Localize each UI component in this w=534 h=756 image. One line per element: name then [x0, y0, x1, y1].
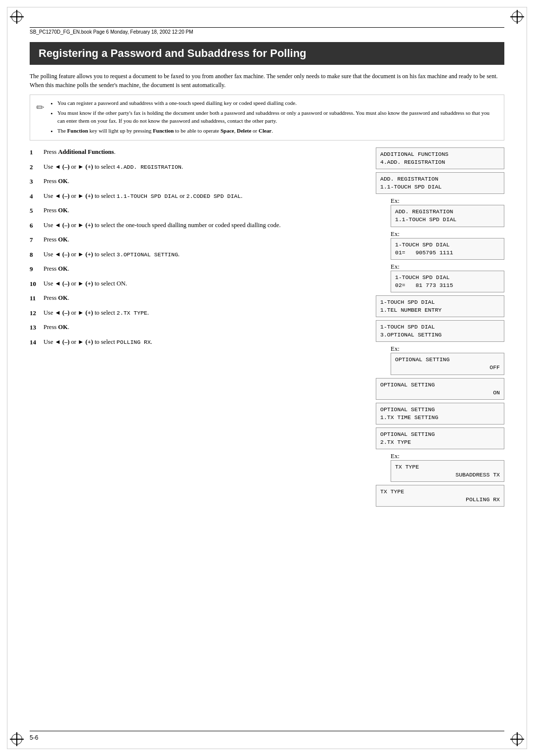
display-wrapper-d2: ADD. REGISTRATION 1.1-TOUCH SPD DIAL — [376, 172, 504, 194]
display-wrapper-d6: 1-TOUCH SPD DIAL 1.TEL NUMBER ENTRY — [376, 295, 504, 317]
display-line-d10-2: 1.TX TIME SETTING — [380, 414, 500, 422]
display-wrapper-d9: OPTIONAL SETTING ON — [376, 378, 504, 400]
display-line-d12-1: TX TYPE — [395, 463, 500, 471]
display-line-d5-2: 02= 81 773 3115 — [395, 282, 500, 289]
step-text-9: Press OK. — [44, 264, 366, 274]
step-num-1: 1 — [30, 147, 41, 157]
display-panel-d8: OPTIONAL SETTING OFF — [391, 353, 504, 375]
step-2: 2 Use ◄ (–) or ► (+) to select 4.ADD. RE… — [30, 162, 366, 172]
display-panel-d11: OPTIONAL SETTING 2.TX TYPE — [376, 427, 504, 449]
step-text-5: Press OK. — [44, 206, 366, 216]
display-panel-d6: 1-TOUCH SPD DIAL 1.TEL NUMBER ENTRY — [376, 295, 504, 317]
step-text-12: Use ◄ (–) or ► (+) to select 2.TX TYPE. — [44, 308, 366, 318]
display-line-d8-1: OPTIONAL SETTING — [395, 356, 500, 364]
display-line-d4-1: 1-TOUCH SPD DIAL — [395, 241, 500, 249]
display-panel-d5: 1-TOUCH SPD DIAL 02= 81 773 3115 — [391, 271, 504, 292]
ex-label-d5: Ex: — [391, 263, 400, 270]
display-wrapper-d5: Ex: 1-TOUCH SPD DIAL 02= 81 773 3115 — [391, 263, 504, 292]
display-wrapper-d4: Ex: 1-TOUCH SPD DIAL 01= 905795 1111 — [391, 230, 504, 260]
step-4: 4 Use ◄ (–) or ► (+) to select 1.1-TOUCH… — [30, 191, 366, 201]
step-1: 1 Press Additional Functions. — [30, 147, 366, 157]
display-panel-d12: TX TYPE SUBADDRESS TX — [391, 460, 504, 482]
display-wrapper-d7: 1-TOUCH SPD DIAL 3.OPTIONAL SETTING — [376, 320, 504, 342]
display-line-d11-2: 2.TX TYPE — [380, 438, 500, 446]
display-line-d1-1: ADDITIONAL FUNCTIONS — [380, 150, 500, 158]
display-line-d5-1: 1-TOUCH SPD DIAL — [395, 274, 500, 282]
step-7: 7 Press OK. — [30, 235, 366, 245]
display-wrapper-d11: OPTIONAL SETTING 2.TX TYPE — [376, 427, 504, 449]
ex-label-d3: Ex: — [391, 197, 400, 204]
step-13: 13 Press OK. — [30, 323, 366, 332]
display-panel-d9: OPTIONAL SETTING ON — [376, 378, 504, 400]
step-text-3: Press OK. — [44, 177, 366, 187]
display-wrapper-d12: Ex: TX TYPE SUBADDRESS TX — [391, 452, 504, 482]
step-text-6: Use ◄ (–) or ► (+) to select the one-tou… — [44, 221, 366, 231]
step-14: 14 Use ◄ (–) or ► (+) to select POLLING … — [30, 337, 366, 347]
step-num-14: 14 — [30, 337, 41, 347]
note-icon: ✏ — [36, 100, 44, 136]
step-num-8: 8 — [30, 250, 41, 260]
steps-column: 1 Press Additional Functions. 2 Use ◄ (–… — [30, 147, 366, 352]
display-line-d3-2: 1.1-TOUCH SPD DIAL — [395, 216, 500, 224]
content: Registering a Password and Subaddress fo… — [30, 42, 504, 716]
step-num-7: 7 — [30, 235, 41, 245]
reg-mark-bl — [11, 733, 23, 745]
header-text: SB_PC1270D_FG_EN.book Page 6 Monday, Feb… — [30, 29, 193, 35]
display-panel-d3: ADD. REGISTRATION 1.1-TOUCH SPD DIAL — [391, 205, 504, 227]
header-bar: SB_PC1270D_FG_EN.book Page 6 Monday, Feb… — [30, 27, 504, 35]
intro-line-2: When this machine polls the sender's mac… — [30, 81, 504, 90]
display-line-d2-1: ADD. REGISTRATION — [380, 175, 500, 183]
display-wrapper-d10: OPTIONAL SETTING 1.TX TIME SETTING — [376, 403, 504, 425]
step-text-13: Press OK. — [44, 323, 366, 332]
display-wrapper-d3: Ex: ADD. REGISTRATION 1.1-TOUCH SPD DIAL — [391, 197, 504, 227]
display-line-d9-1: OPTIONAL SETTING — [380, 381, 500, 389]
step-9: 9 Press OK. — [30, 264, 366, 274]
display-line-d8-2: OFF — [395, 364, 500, 372]
step-text-7: Press OK. — [44, 235, 366, 245]
display-line-d13-1: TX TYPE — [380, 488, 500, 496]
display-line-d9-2: ON — [380, 389, 500, 397]
step-6: 6 Use ◄ (–) or ► (+) to select the one-t… — [30, 221, 366, 231]
step-num-5: 5 — [30, 206, 41, 216]
step-10: 10 Use ◄ (–) or ► (+) to select ON. — [30, 279, 366, 289]
step-5: 5 Press OK. — [30, 206, 366, 216]
display-line-d2-2: 1.1-TOUCH SPD DIAL — [380, 183, 500, 191]
display-wrapper-d8: Ex: OPTIONAL SETTING OFF — [391, 345, 504, 375]
note-content: You can register a password and subaddre… — [49, 99, 498, 136]
display-panel-d10: OPTIONAL SETTING 1.TX TIME SETTING — [376, 403, 504, 425]
display-line-d10-1: OPTIONAL SETTING — [380, 406, 500, 414]
step-text-11: Press OK. — [44, 293, 366, 303]
display-wrapper-d13: TX TYPE POLLING RX — [376, 485, 504, 507]
display-panel-d7: 1-TOUCH SPD DIAL 3.OPTIONAL SETTING — [376, 320, 504, 342]
display-line-d1-2: 4.ADD. REGISTRATION — [380, 158, 500, 166]
ex-label-d12: Ex: — [391, 452, 400, 460]
display-line-d11-1: OPTIONAL SETTING — [380, 430, 500, 438]
step-11: 11 Press OK. — [30, 293, 366, 303]
display-line-d4-2: 01= 905795 1111 — [395, 249, 500, 257]
step-12: 12 Use ◄ (–) or ► (+) to select 2.TX TYP… — [30, 308, 366, 318]
display-line-d6-2: 1.TEL NUMBER ENTRY — [380, 306, 500, 314]
display-line-d6-1: 1-TOUCH SPD DIAL — [380, 298, 500, 306]
display-wrapper-d1: ADDITIONAL FUNCTIONS 4.ADD. REGISTRATION — [376, 147, 504, 169]
footer: 5-6 — [30, 731, 504, 741]
note-item-2: You must know if the other party's fax i… — [57, 109, 498, 125]
step-num-4: 4 — [30, 191, 41, 201]
reg-mark-br — [511, 733, 523, 745]
step-text-14: Use ◄ (–) or ► (+) to select POLLING RX. — [44, 337, 366, 347]
page: SB_PC1270D_FG_EN.book Page 6 Monday, Feb… — [0, 0, 534, 756]
display-line-d3-1: ADD. REGISTRATION — [395, 208, 500, 216]
main-columns: 1 Press Additional Functions. 2 Use ◄ (–… — [30, 147, 504, 510]
note-box: ✏ You can register a password and subadd… — [30, 94, 504, 141]
reg-mark-tr — [511, 11, 523, 23]
note-item-3: The Function key will light up by pressi… — [57, 127, 498, 135]
step-text-4: Use ◄ (–) or ► (+) to select 1.1-TOUCH S… — [44, 191, 366, 201]
reg-mark-tl — [11, 11, 23, 23]
ex-label-d4: Ex: — [391, 230, 400, 237]
display-line-d13-2: POLLING RX — [380, 496, 500, 504]
step-num-6: 6 — [30, 221, 41, 231]
step-num-9: 9 — [30, 264, 41, 274]
display-panel-d1: ADDITIONAL FUNCTIONS 4.ADD. REGISTRATION — [376, 147, 504, 169]
step-num-13: 13 — [30, 323, 41, 332]
display-panel-d13: TX TYPE POLLING RX — [376, 485, 504, 507]
intro-text: The polling feature allows you to reques… — [30, 72, 504, 90]
